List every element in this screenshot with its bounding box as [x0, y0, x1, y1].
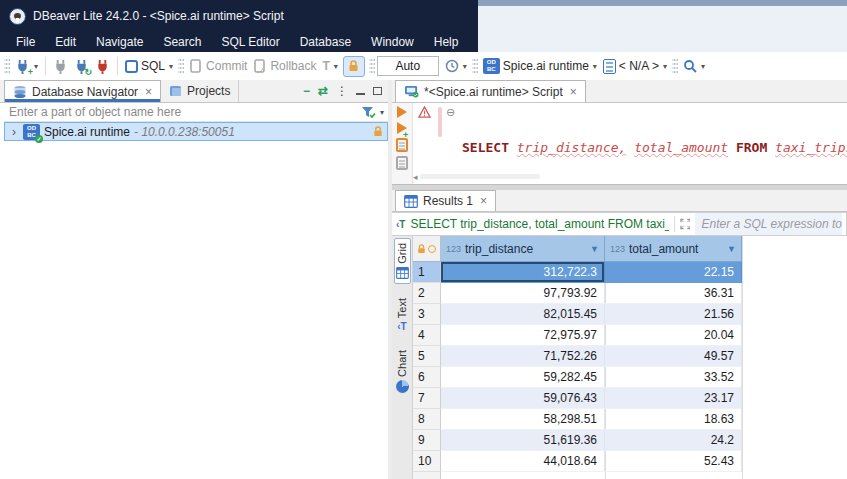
cell-trip-distance[interactable]: 51,619.36: [441, 430, 605, 451]
sql-editor[interactable]: + ⊖ SELECT trip_distance, total_amount F…: [392, 103, 847, 184]
cell-total-amount[interactable]: 23.17: [605, 388, 742, 409]
tab-database-navigator[interactable]: Database Navigator ×: [4, 80, 161, 102]
cell-trip-distance[interactable]: 44,018.64: [441, 451, 605, 472]
execute-new-tab-icon[interactable]: +: [397, 122, 407, 134]
commit-mode-box[interactable]: Auto: [377, 56, 439, 76]
menu-file[interactable]: File: [6, 33, 45, 51]
dropdown-arrow-icon[interactable]: ▾: [593, 62, 597, 71]
close-icon[interactable]: ×: [145, 85, 152, 99]
tab-projects[interactable]: Projects: [161, 80, 239, 102]
commit-button[interactable]: Commit: [186, 57, 250, 75]
execute-statement-icon[interactable]: [397, 106, 407, 118]
dropdown-arrow-icon[interactable]: ▾: [701, 62, 705, 71]
connect-button[interactable]: [50, 57, 71, 76]
scrollbar-track[interactable]: [420, 174, 540, 179]
close-icon[interactable]: ×: [480, 194, 487, 208]
menu-edit[interactable]: Edit: [45, 33, 86, 51]
cell-total-amount[interactable]: 20.04: [605, 325, 742, 346]
table-row[interactable]: 7 59,076.43 23.17: [413, 388, 847, 409]
expand-filter-icon[interactable]: [680, 218, 691, 230]
table-row[interactable]: 6 59,282.45 33.52: [413, 367, 847, 388]
dropdown-arrow-icon[interactable]: ▾: [169, 62, 173, 71]
tab-results-1[interactable]: Results 1 ×: [395, 190, 496, 211]
script-management-icon[interactable]: [396, 156, 408, 170]
sort-arrow-icon[interactable]: ▼: [727, 244, 736, 254]
cell-trip-distance[interactable]: 71,752.26: [441, 346, 605, 367]
cell-trip-distance[interactable]: 312,722.3: [441, 262, 605, 283]
filter-expression-input[interactable]: Enter a SQL expression to: [695, 213, 842, 235]
fold-collapse-icon[interactable]: ⊖: [446, 106, 455, 119]
view-menu-icon[interactable]: ⋮: [336, 84, 348, 98]
reconnect-button[interactable]: ↻: [71, 57, 92, 76]
menu-sql-editor[interactable]: SQL Editor: [211, 33, 289, 51]
row-number[interactable]: 7: [413, 388, 441, 409]
menu-navigate[interactable]: Navigate: [86, 33, 153, 51]
cell-trip-distance[interactable]: 97,793.92: [441, 283, 605, 304]
maximize-icon[interactable]: [373, 87, 382, 95]
cell-total-amount[interactable]: 21.56: [605, 304, 742, 325]
dropdown-arrow-icon[interactable]: ▾: [463, 62, 467, 71]
row-number[interactable]: 2: [413, 283, 441, 304]
new-connection-button[interactable]: + ▾: [12, 57, 41, 76]
menu-database[interactable]: Database: [290, 33, 361, 51]
minimize-icon[interactable]: [356, 88, 365, 95]
table-row[interactable]: 9 51,619.36 24.2: [413, 430, 847, 451]
table-row[interactable]: 3 82,015.45 21.56: [413, 304, 847, 325]
editor-horizontal-scrollbar[interactable]: ◂: [413, 171, 847, 182]
object-filter-input[interactable]: [4, 105, 361, 119]
transaction-log-button[interactable]: ▾: [442, 57, 470, 75]
column-header-total-amount[interactable]: 123 total_amount ▼: [605, 236, 742, 262]
view-tab-grid[interactable]: Grid: [394, 238, 411, 284]
cell-total-amount[interactable]: 36.31: [605, 283, 742, 304]
scroll-left-icon[interactable]: ◂: [413, 172, 418, 182]
cell-trip-distance[interactable]: 72,975.97: [441, 325, 605, 346]
disconnect-button[interactable]: [92, 57, 113, 76]
row-number[interactable]: 8: [413, 409, 441, 430]
row-number[interactable]: 3: [413, 304, 441, 325]
cell-trip-distance[interactable]: 59,076.43: [441, 388, 605, 409]
close-icon[interactable]: ×: [570, 85, 577, 99]
view-tab-chart[interactable]: Chart: [395, 346, 410, 397]
menu-window[interactable]: Window: [361, 33, 424, 51]
search-button[interactable]: ▾: [680, 57, 708, 75]
column-header-trip-distance[interactable]: 123 trip_distance ▼: [441, 236, 605, 262]
view-tab-text[interactable]: Text ‹T: [395, 294, 409, 336]
link-with-editor-icon[interactable]: ⇄: [318, 84, 328, 98]
cell-trip-distance[interactable]: 58,298.51: [441, 409, 605, 430]
menu-search[interactable]: Search: [153, 33, 211, 51]
transaction-mode-button[interactable]: T ▾: [319, 57, 340, 75]
cell-total-amount[interactable]: 52.43: [605, 451, 742, 472]
menu-help[interactable]: Help: [424, 33, 469, 51]
table-row[interactable]: 10 44,018.64 52.43: [413, 451, 847, 472]
execute-script-icon[interactable]: [396, 138, 408, 152]
cell-total-amount[interactable]: 22.15: [605, 262, 742, 283]
cell-trip-distance[interactable]: 59,282.45: [441, 367, 605, 388]
cell-total-amount[interactable]: 18.63: [605, 409, 742, 430]
row-number[interactable]: 1: [413, 262, 441, 283]
table-row[interactable]: 5 71,752.26 49.57: [413, 346, 847, 367]
sql-editor-button[interactable]: SQL ▾: [122, 57, 176, 75]
row-number[interactable]: 5: [413, 346, 441, 367]
row-number[interactable]: 6: [413, 367, 441, 388]
dropdown-arrow-icon[interactable]: ▾: [34, 62, 38, 71]
row-number[interactable]: 10: [413, 451, 441, 472]
cell-trip-distance[interactable]: 82,015.45: [441, 304, 605, 325]
tab-sql-script[interactable]: *<Spice.ai runtime> Script ×: [395, 80, 586, 102]
tree-item-connection[interactable]: › OD BC ✓ Spice.ai runtime - 10.0.0.238:…: [4, 122, 388, 141]
row-number[interactable]: 4: [413, 325, 441, 346]
grid-corner-cell[interactable]: [413, 236, 441, 262]
active-database-selector[interactable]: < N/A > ▾: [600, 57, 670, 76]
table-row[interactable]: 8 58,298.51 18.63: [413, 409, 847, 430]
cell-total-amount[interactable]: 24.2: [605, 430, 742, 451]
connection-lock-toggle[interactable]: [343, 56, 365, 77]
dropdown-arrow-icon[interactable]: ▾: [380, 108, 384, 117]
cell-total-amount[interactable]: 33.52: [605, 367, 742, 388]
table-row[interactable]: 4 72,975.97 20.04: [413, 325, 847, 346]
table-row[interactable]: 1 312,722.3 22.15: [413, 262, 847, 283]
collapse-all-icon[interactable]: −: [303, 84, 310, 98]
filter-funnel-icon[interactable]: [361, 106, 376, 119]
dropdown-arrow-icon[interactable]: ▾: [663, 62, 667, 71]
expand-chevron-icon[interactable]: ›: [9, 125, 19, 139]
dropdown-arrow-icon[interactable]: ▾: [334, 62, 338, 71]
table-row[interactable]: 2 97,793.92 36.31: [413, 283, 847, 304]
